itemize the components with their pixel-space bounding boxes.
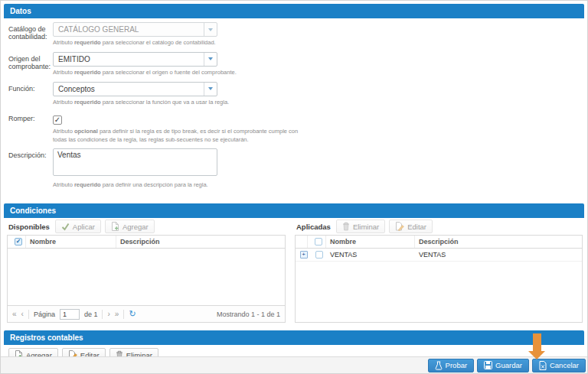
chevron-down-icon: [208, 87, 213, 90]
chevron-down-icon: [208, 28, 213, 31]
descripcion-help: Atributo requerido para definir una desc…: [53, 181, 217, 190]
catalogo-dropdown-trigger[interactable]: [204, 23, 217, 36]
flask-icon: [435, 361, 443, 370]
checkmark-icon: ✓: [16, 236, 21, 248]
disponibles-section: Disponibles Aplicar Agregar ✓ Nombre Des…: [7, 218, 286, 323]
funcion-dropdown-trigger[interactable]: [204, 83, 217, 96]
descripcion-label: Descripción:: [8, 148, 53, 193]
pagina-label: Página: [34, 311, 55, 318]
disponibles-label: Disponibles: [8, 223, 50, 231]
aplicadas-grid: Nombre Descripción + VENTAS VENTAS: [295, 235, 583, 323]
prev-page-button[interactable]: ‹: [21, 310, 24, 318]
field-romper: Romper: ✓ Atributo opcional para definir…: [8, 112, 584, 148]
add-document-icon: [111, 222, 119, 231]
origen-combobox[interactable]: EMITIDO: [53, 52, 217, 67]
panel-datos-header: Datos: [4, 4, 584, 18]
row-checkbox[interactable]: [308, 249, 326, 261]
aplicar-button[interactable]: Aplicar: [55, 220, 101, 233]
first-page-button[interactable]: «: [12, 310, 17, 318]
field-origen: Origen del comprobante: EMITIDO Atributo…: [8, 52, 584, 80]
romper-label: Romper:: [8, 112, 53, 148]
disponibles-select-all[interactable]: ✓: [8, 236, 26, 248]
catalogo-label: Catálogo de contabilidad:: [8, 22, 53, 50]
cell-nombre: VENTAS: [326, 249, 415, 261]
funcion-value: Conceptos: [58, 85, 95, 93]
agregar-condicion-button[interactable]: Agregar: [105, 220, 155, 233]
aplicadas-grid-body: [296, 262, 582, 322]
origen-value: EMITIDO: [58, 55, 90, 63]
cancel-document-icon: [539, 361, 547, 370]
column-header-descripcion[interactable]: Descripción: [116, 236, 285, 248]
trash-icon: [342, 222, 350, 231]
origen-label: Origen del comprobante:: [8, 52, 53, 80]
save-disk-icon: [484, 361, 492, 369]
divider: [102, 310, 103, 319]
aplicadas-label: Aplicadas: [296, 223, 331, 231]
aplicadas-section: Aplicadas Eliminar Editar Nombre: [295, 218, 583, 323]
checkmark-icon: ✓: [54, 116, 60, 124]
last-page-button[interactable]: »: [115, 310, 119, 318]
column-header-descripcion[interactable]: Descripción: [415, 236, 582, 248]
disponibles-grid: ✓ Nombre Descripción « ‹ Página de 1 ›: [7, 235, 286, 323]
catalogo-value: CATÁLOGO GENERAL: [58, 25, 139, 34]
footer-toolbar: Probar Guardar Cancelar: [1, 356, 587, 373]
page-count-label: de 1: [84, 311, 98, 318]
guardar-button[interactable]: Guardar: [477, 359, 529, 372]
disponibles-grid-body: [8, 249, 285, 305]
panel-condiciones: Condiciones Disponibles Aplicar Agregar: [4, 203, 584, 327]
funcion-help: Atributo requerido para seleccionar la f…: [53, 99, 229, 107]
field-descripcion: Descripción: Ventas Atributo requerido p…: [8, 148, 584, 193]
next-page-button[interactable]: ›: [107, 310, 109, 318]
table-row[interactable]: + VENTAS VENTAS: [296, 249, 582, 262]
aplicadas-select-all[interactable]: [308, 236, 326, 248]
editar-condicion-button[interactable]: Editar: [389, 220, 433, 233]
eliminar-condicion-button[interactable]: Eliminar: [336, 220, 385, 233]
page-number-input[interactable]: [60, 309, 80, 320]
romper-help: Atributo opcional para definir si la reg…: [53, 128, 305, 145]
field-funcion: Función: Conceptos Atributo requerido pa…: [8, 82, 584, 110]
edit-pencil-icon: [395, 222, 404, 231]
chevron-down-icon: [208, 57, 213, 60]
paging-toolbar: « ‹ Página de 1 › » ↻ Mostrando 1 - 1 de…: [8, 305, 285, 322]
divider: [123, 310, 124, 319]
column-header-nombre[interactable]: Nombre: [26, 236, 116, 248]
rule-editor-window: Datos Catálogo de contabilidad: CATÁLOGO…: [0, 0, 588, 374]
paging-status: Mostrando 1 - 1 de 1: [217, 311, 280, 318]
descripcion-textarea[interactable]: Ventas: [53, 148, 217, 176]
panel-condiciones-header: Condiciones: [4, 203, 584, 218]
panel-registros-header: Registros contables: [4, 330, 584, 345]
romper-checkbox[interactable]: ✓: [53, 115, 62, 125]
panel-datos: Datos Catálogo de contabilidad: CATÁLOGO…: [4, 4, 584, 200]
divider: [28, 310, 29, 319]
expander-column-header: [296, 236, 308, 248]
funcion-label: Función:: [8, 82, 53, 110]
origen-dropdown-trigger[interactable]: [204, 53, 217, 66]
catalogo-combobox[interactable]: CATÁLOGO GENERAL: [53, 22, 217, 37]
annotation-arrow-guardar: [528, 333, 545, 359]
column-header-nombre[interactable]: Nombre: [326, 236, 415, 248]
refresh-icon[interactable]: ↻: [129, 309, 136, 319]
cancelar-button[interactable]: Cancelar: [532, 359, 586, 372]
catalogo-help: Atributo requerido para seleccionar el c…: [53, 39, 217, 47]
field-catalogo: Catálogo de contabilidad: CATÁLOGO GENER…: [8, 22, 584, 50]
origen-help: Atributo requerido para seleccionar el o…: [53, 69, 237, 77]
row-expander-icon[interactable]: +: [300, 251, 308, 259]
cell-descripcion: VENTAS: [415, 249, 582, 261]
apply-check-icon: [61, 223, 70, 231]
probar-button[interactable]: Probar: [428, 359, 475, 372]
funcion-combobox[interactable]: Conceptos: [53, 82, 217, 96]
